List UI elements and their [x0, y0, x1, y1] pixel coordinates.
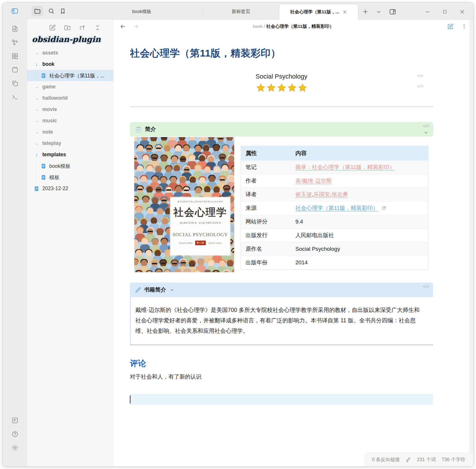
star-icon[interactable]: [277, 83, 286, 92]
new-folder-icon[interactable]: [64, 24, 71, 31]
table-row: 来源 社会心理学（第11版，精装彩印）: [241, 201, 428, 215]
star-icon[interactable]: [267, 83, 276, 92]
bookmark-icon: [59, 8, 66, 14]
document-icon: [34, 186, 39, 192]
translator-link[interactable]: 张志勇: [332, 191, 348, 197]
translator-link[interactable]: 乐国安: [313, 191, 330, 197]
intro-heading: 简介: [145, 126, 156, 133]
scrollbar[interactable]: [470, 19, 473, 453]
copy-files-icon[interactable]: [11, 80, 19, 87]
window-minimize-icon[interactable]: [425, 9, 430, 14]
bookmarks-view-button[interactable]: [59, 8, 66, 14]
status-bar: 0 条反向链接 231 个词 736 个字符: [365, 453, 473, 466]
book-intro-callout-header[interactable]: 书籍简介 </>: [130, 283, 433, 297]
document-icon: [41, 174, 46, 180]
left-sidebar-toggle-icon[interactable]: [11, 7, 19, 15]
backlinks-count[interactable]: 0 条反向链接: [372, 457, 400, 463]
code-edit-icon[interactable]: </>: [423, 284, 429, 289]
vault-switcher-icon[interactable]: [11, 417, 19, 424]
tree-file-book-template[interactable]: book模板: [27, 160, 113, 172]
folder-arrow-icon: →: [34, 95, 39, 101]
window-maximize-icon[interactable]: [443, 10, 447, 14]
source-link[interactable]: 社会心理学（第11版，精装彩印）: [295, 205, 378, 211]
star-icon[interactable]: [256, 83, 265, 92]
new-tab-icon[interactable]: [362, 9, 368, 15]
tree-folder-halloworld[interactable]: → halloworld: [27, 92, 113, 104]
tree-folder-game[interactable]: → game: [27, 81, 113, 92]
calendar-icon[interactable]: [11, 66, 19, 73]
pencil-icon: [135, 287, 141, 293]
new-note-icon[interactable]: [49, 24, 56, 31]
comments-heading: 评论: [130, 358, 433, 369]
folder-arrow-icon: →: [34, 50, 39, 56]
sort-order-icon[interactable]: [79, 24, 86, 31]
tree-folder-assets[interactable]: → assets: [27, 47, 113, 59]
collapse-all-icon[interactable]: [94, 24, 101, 31]
tab-book-template[interactable]: book模板: [81, 4, 203, 19]
dashboard-icon[interactable]: [11, 52, 19, 60]
tree-folder-movie[interactable]: → movie: [27, 104, 113, 115]
tree-folder-note[interactable]: → note: [27, 126, 113, 138]
book-cover-card: 教育部高等学校心理学教学指导委员会推荐用书 社会心理学 [美] 戴维·迈尔斯 著…: [170, 197, 230, 255]
files-view-button[interactable]: [32, 6, 43, 16]
editor-pane: book / 社会心理学（第11版，精装彩印） 社会心理学（第11版，精装彩印）: [113, 19, 473, 466]
editor-active-line[interactable]: [130, 394, 433, 405]
code-edit-icon[interactable]: </>: [417, 84, 423, 88]
star-icon[interactable]: [288, 83, 297, 92]
table-row: 作者 美/戴维·迈尔斯: [241, 174, 428, 188]
folder-icon: [34, 8, 41, 14]
right-sidebar-toggle-icon[interactable]: [389, 8, 396, 15]
window-close-icon[interactable]: [460, 9, 465, 14]
tree-folder-music[interactable]: → music: [27, 115, 113, 126]
settings-gear-icon[interactable]: [11, 444, 19, 451]
view-header: book / 社会心理学（第11版，精装彩印）: [113, 19, 473, 33]
document-icon: [41, 163, 46, 169]
tab-new[interactable]: 新标签页: [203, 4, 279, 19]
text-cursor: [130, 395, 130, 403]
tree-folder-book[interactable]: ↓ book: [27, 59, 113, 70]
vault-name[interactable]: obsidian-plugin: [27, 32, 113, 47]
external-link-icon: [382, 206, 386, 210]
tree-file-template[interactable]: 模板: [27, 172, 113, 183]
code-edit-icon[interactable]: </>: [417, 73, 423, 78]
code-edit-icon[interactable]: </>: [423, 123, 429, 128]
back-arrow-icon[interactable]: [120, 23, 126, 30]
notepad-icon: [135, 126, 142, 133]
file-explorer: obsidian-plugin → assets ↓ book 社会心理学（第1…: [27, 19, 113, 466]
search-view-button[interactable]: [48, 8, 55, 14]
word-count[interactable]: 231 个词: [417, 457, 436, 463]
folder-arrow-icon: →: [34, 106, 39, 112]
table-row: 笔记 摘录：社会心理学（第11版，精装彩印）: [241, 161, 428, 174]
intro-callout-header[interactable]: 简介 </>: [130, 122, 433, 137]
tree-file-current-note[interactable]: 社会心理学（第11版，...: [27, 70, 113, 81]
breadcrumb: book / 社会心理学（第11版，精装彩印）: [113, 23, 473, 30]
edit-mode-icon[interactable]: [447, 23, 454, 30]
tab-strip: book模板 新标签页 社会心理学（第11版，...: [81, 3, 473, 19]
edit-pencil-icon[interactable]: [406, 457, 411, 463]
star-icon[interactable]: [298, 83, 307, 92]
subtitle-line: Social Psychology </>: [130, 73, 433, 80]
terminal-icon[interactable]: [11, 93, 19, 101]
more-options-icon[interactable]: [461, 23, 467, 29]
graph-view-icon[interactable]: [11, 39, 19, 46]
quick-switcher-icon[interactable]: [11, 25, 19, 32]
collapse-chevron-icon[interactable]: [170, 288, 174, 292]
forward-arrow-icon[interactable]: [133, 23, 139, 30]
rating-stars[interactable]: </>: [130, 83, 433, 92]
tab-active-note[interactable]: 社会心理学（第11版，...: [279, 4, 358, 19]
collapse-chevron-icon[interactable]: [424, 130, 428, 135]
obsidian-window: book模板 新标签页 社会心理学（第11版，...: [2, 2, 474, 467]
note-link[interactable]: 摘录：社会心理学（第11版，精装彩印）: [295, 164, 395, 170]
help-icon[interactable]: [11, 430, 19, 438]
folder-arrow-icon: ↓: [34, 152, 39, 158]
table-row: 译者 侯玉波,乐国安,张志勇: [241, 188, 428, 201]
tab-close-icon[interactable]: [343, 10, 347, 14]
tree-folder-templates[interactable]: ↓ templates: [27, 149, 113, 160]
author-link[interactable]: 美/戴维·迈尔斯: [295, 178, 332, 184]
search-icon: [48, 8, 55, 14]
tab-list-chevron-icon[interactable]: [376, 9, 381, 14]
tree-folder-teleplay[interactable]: → teleplay: [27, 138, 113, 149]
char-count[interactable]: 736 个字符: [442, 457, 465, 463]
tree-file-daily-note[interactable]: 2023-12-22: [27, 183, 113, 194]
translator-link[interactable]: 侯玉波: [295, 191, 312, 197]
